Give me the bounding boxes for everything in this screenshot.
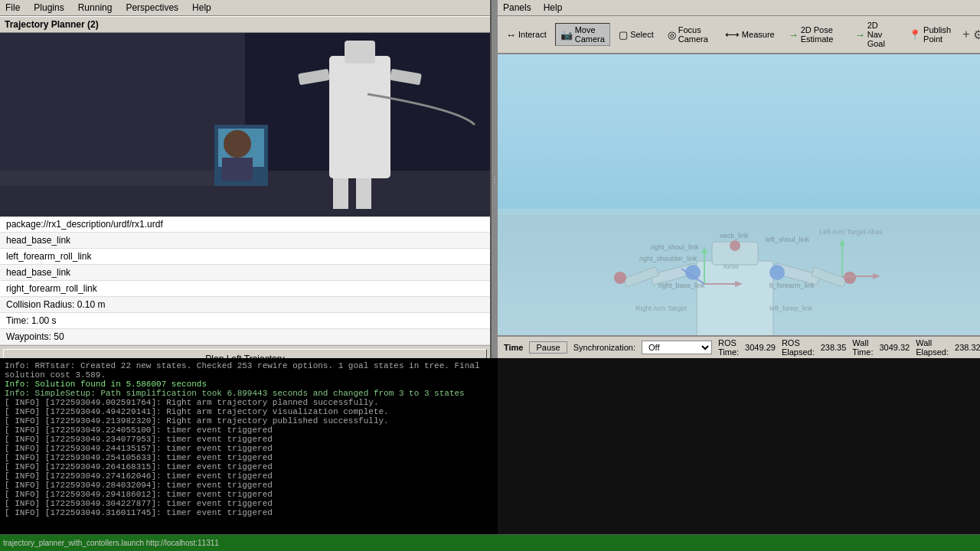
svg-rect-13: [498, 54, 980, 209]
video-area: [0, 33, 490, 217]
config-item-1: head_base_link: [0, 233, 490, 249]
robot-scene-svg: [0, 33, 490, 217]
focus-camera-label: Focus Camera: [678, 25, 711, 44]
svg-rect-7: [329, 56, 390, 178]
2d-nav-label: 2D Nav Goal: [867, 21, 895, 48]
svg-text:neck_link: neck_link: [720, 232, 749, 240]
svg-text:left_forep_link: left_forep_link: [769, 305, 813, 312]
grid-background: right_shoulder_link neck_link right_shou…: [498, 54, 980, 335]
interact-label: Interact: [518, 30, 547, 39]
taskbar: trajectory_planner_with_contollers.launc…: [0, 534, 980, 551]
console-line-3: [ INFO] [1722593049.002591764]: Right ar…: [5, 398, 493, 407]
focus-camera-tool[interactable]: ◎ Focus Camera: [662, 23, 717, 46]
config-item-5: Collision Radius: 0.10 m: [0, 297, 490, 313]
console-line-6: [ INFO] [1722593049.224055100]: timer ev…: [5, 425, 493, 435]
ros-elapsed-value: 238.35: [821, 343, 847, 352]
select-label: Select: [630, 30, 654, 39]
console-line-10: [ INFO] [1722593049.264168315]: timer ev…: [5, 462, 493, 471]
2d-pose-label: 2D Pose Estimate: [801, 25, 841, 44]
time-bar: Time Pause Synchronization: Off Exact Ap…: [498, 335, 980, 358]
publish-point-label: Publish Point: [923, 25, 951, 44]
publish-point-tool[interactable]: 📍 Publish Point: [903, 23, 956, 46]
console-line-8: [ INFO] [1722593049.244135157]: timer ev…: [5, 444, 493, 453]
menu-running[interactable]: Running: [76, 2, 115, 14]
ros-time-value: 3049.29: [745, 343, 776, 352]
menu-file[interactable]: File: [3, 2, 22, 14]
svg-text:Left Arm Target Alias: Left Arm Target Alias: [819, 228, 883, 236]
svg-text:right_shoul_link: right_shoul_link: [651, 243, 699, 251]
viewport-3d[interactable]: right_shoulder_link neck_link right_shou…: [498, 54, 980, 335]
pose-icon: →: [789, 29, 799, 41]
planner-title: Trajectory Planner (2): [0, 16, 490, 33]
svg-text:torso: torso: [724, 262, 739, 270]
rviz-expand-icon[interactable]: +: [962, 28, 969, 41]
console-line-1: Info: Solution found in 5.586007 seconds: [5, 380, 493, 389]
plan-left-button[interactable]: Plan Left Trajectory: [3, 349, 487, 358]
console-line-0: Info: RRTstar: Created 22 new states. Ch…: [5, 361, 493, 380]
svg-rect-6: [222, 158, 253, 181]
wall-time-value: 3049.32: [879, 343, 910, 352]
svg-rect-8: [345, 41, 375, 64]
config-item-3: head_base_link: [0, 265, 490, 281]
config-item-2: left_forearm_roll_link: [0, 249, 490, 265]
svg-point-42: [844, 272, 856, 284]
rviz-toolbar: ↔ Interact 📷 Move Camera ▢ Select ◎ Focu…: [498, 16, 980, 54]
svg-rect-31: [697, 261, 773, 335]
svg-text:left_shoul_link: left_shoul_link: [766, 236, 810, 243]
svg-point-41: [614, 272, 626, 284]
camera-icon: 📷: [560, 29, 573, 41]
svg-point-43: [730, 240, 740, 251]
console-line-12: [ INFO] [1722593049.284032094]: timer ev…: [5, 481, 493, 490]
taskbar-text: trajectory_planner_with_contollers.launc…: [3, 539, 219, 547]
menu-help[interactable]: Help: [190, 2, 214, 14]
ros-time-label: ROS Time:: [718, 338, 739, 357]
config-item-7: Waypoints: 50: [0, 329, 490, 345]
svg-rect-11: [333, 178, 348, 209]
wall-elapsed-label: Wall Elapsed:: [916, 338, 949, 357]
console-line-7: [ INFO] [1722593049.234077953]: timer ev…: [5, 435, 493, 444]
interact-tool[interactable]: ↔ Interact: [501, 27, 552, 43]
2d-nav-tool[interactable]: → 2D Nav Goal: [850, 18, 900, 51]
menu-perspectives[interactable]: Perspectives: [123, 2, 181, 14]
svg-rect-14: [498, 209, 980, 214]
buttons-area: Plan Left Trajectory Plan Right Trajecto…: [0, 346, 490, 358]
console-line-13: [ INFO] [1722593049.294186012]: timer ev…: [5, 490, 493, 499]
panel-splitter[interactable]: ⋮: [492, 0, 498, 358]
svg-text:lt_forearm_link: lt_forearm_link: [769, 282, 815, 289]
publish-point-icon: 📍: [909, 29, 921, 41]
console-line-11: [ INFO] [1722593049.274162046]: timer ev…: [5, 471, 493, 481]
rviz-panel: Panels Help ↔ Interact 📷 Move Camera ▢ S…: [498, 0, 980, 358]
svg-point-40: [769, 265, 785, 280]
select-icon: ▢: [619, 29, 628, 41]
wall-time-label: Wall Time:: [852, 338, 873, 357]
2d-pose-tool[interactable]: → 2D Pose Estimate: [783, 23, 847, 46]
console-line-15: [ INFO] [1722593049.316011745]: timer ev…: [5, 508, 493, 517]
wall-elapsed-value: 238.32: [955, 343, 980, 352]
nav-icon: →: [855, 29, 865, 41]
console-line-4: [ INFO] [1722593049.494229141]: Right ar…: [5, 407, 493, 416]
top-area: File Plugins Running Perspectives Help T…: [0, 0, 980, 358]
move-camera-label: Move Camera: [575, 25, 605, 44]
svg-point-5: [224, 130, 251, 158]
video-feed: [0, 33, 490, 217]
sync-label: Synchronization:: [573, 343, 635, 352]
rviz-settings-icon[interactable]: ⚙: [973, 28, 980, 42]
rviz-menu-panels[interactable]: Panels: [501, 2, 534, 14]
svg-text:right_shoulder_link: right_shoulder_link: [639, 255, 697, 262]
console-output: Info: RRTstar: Created 22 new states. Ch…: [0, 358, 498, 534]
measure-tool[interactable]: ⟷ Measure: [720, 27, 780, 43]
rviz-menu-bar: Panels Help: [498, 0, 980, 16]
main-container: File Plugins Running Perspectives Help T…: [0, 0, 980, 551]
console-line-5: [ INFO] [1722593049.213982320]: Right ar…: [5, 416, 493, 425]
rviz-menu-help[interactable]: Help: [541, 2, 565, 14]
pause-button[interactable]: Pause: [529, 341, 567, 354]
svg-text:right_base_link: right_base_link: [658, 282, 705, 289]
menu-plugins[interactable]: Plugins: [31, 2, 66, 14]
move-camera-tool[interactable]: 📷 Move Camera: [555, 23, 610, 46]
svg-text:Right Arm Target: Right Arm Target: [635, 305, 687, 312]
focus-icon: ◎: [668, 29, 676, 41]
svg-rect-2: [0, 33, 245, 186]
sync-dropdown[interactable]: Off Exact Approximate: [642, 341, 712, 354]
select-tool[interactable]: ▢ Select: [613, 27, 659, 43]
console-line-9: [ INFO] [1722593049.254105633]: timer ev…: [5, 453, 493, 462]
